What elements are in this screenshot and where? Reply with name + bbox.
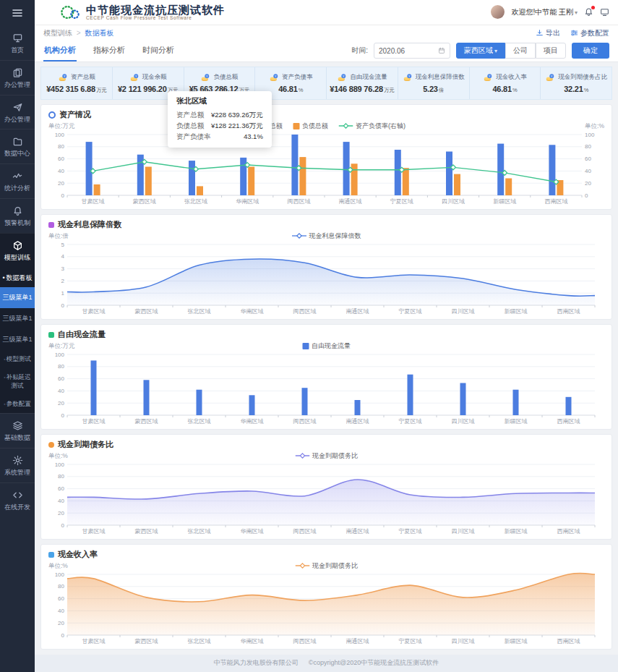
chart-legend: 自由现金流量: [302, 341, 351, 351]
sidebar-item-home[interactable]: 首页: [0, 26, 35, 60]
tab-institution-analysis[interactable]: 机构分析: [43, 41, 77, 61]
sidebar-item-level3-menu-3[interactable]: 三级菜单1: [0, 329, 35, 350]
sidebar-item-stat-analysis[interactable]: 统计分析: [0, 163, 35, 198]
legend-diamond-marker: [292, 233, 306, 239]
svg-text:40: 40: [585, 167, 591, 174]
project-filter-button[interactable]: 项目: [536, 43, 566, 59]
breadcrumb-parent[interactable]: 模型训练: [43, 29, 72, 37]
legend-item[interactable]: 现金利息保障倍数: [292, 231, 361, 241]
sidebar-item-office-mgmt[interactable]: 办公管理: [0, 60, 35, 95]
cash-income-chart-icon: [48, 552, 54, 558]
logo-icon: [59, 3, 81, 22]
svg-text:蒙西区域: 蒙西区域: [133, 198, 156, 205]
sidebar-item-alert-mechanism[interactable]: 预警机制: [0, 198, 35, 233]
free-cashflow-chart[interactable]: 020406080100甘肃区域蒙西区域张北区域华南区域闽西区域南通区域宁夏区域…: [48, 351, 604, 425]
app-title: 中节能现金流抗压测试软件: [86, 4, 225, 16]
cash-income-icon: ¥: [483, 72, 493, 82]
legend-item[interactable]: 现金到期债务比: [295, 561, 358, 571]
chart-legend: 现金到期债务比: [295, 451, 358, 461]
svg-text:20: 20: [58, 619, 64, 626]
svg-text:5: 5: [61, 241, 65, 247]
legend-diamond-marker: [295, 563, 309, 569]
sliders-icon: [570, 29, 578, 37]
legend-square-marker: [293, 123, 299, 129]
tab-time-analysis[interactable]: 时间分析: [142, 41, 175, 61]
company-filter-button[interactable]: 公司: [505, 43, 536, 59]
scope-segmented-control: 蒙西区域▾ 公司 项目: [456, 43, 566, 59]
svg-text:80: 80: [58, 583, 64, 590]
sidebar-item-data-board[interactable]: •数据看板: [0, 268, 35, 287]
legend-item[interactable]: 负债总额: [293, 122, 328, 131]
svg-text:华南区域: 华南区域: [241, 308, 264, 315]
breadcrumb-current[interactable]: 数据看板: [85, 29, 113, 37]
interest-cover-chart-icon: [48, 222, 54, 228]
footer-company: 中节能风力发电股份有限公司: [214, 658, 299, 668]
legend-diamond-marker: [295, 453, 309, 459]
sidebar-item-model-training[interactable]: 模型训练: [0, 233, 35, 268]
dashboard-content: ¥资产总额¥452 315 6.88万元¥现金余额¥2 121 996.20万元…: [35, 62, 618, 650]
sidebar-item-level3-menu-2[interactable]: 三级菜单1: [0, 308, 35, 329]
svg-text:20: 20: [58, 179, 64, 186]
legend-item[interactable]: 自由现金流量: [302, 341, 351, 351]
breadcrumb-row: 模型训练 > 数据看板 导出 参数配置: [35, 25, 618, 41]
confirm-button[interactable]: 确定: [572, 43, 609, 59]
legend-item[interactable]: 资产负债率(右轴): [338, 122, 405, 131]
cash-income-chart[interactable]: 020406080100甘肃区域蒙西区域张北区域华南区域闽西区域南通区域宁夏区域…: [48, 571, 604, 645]
sidebar-item-online-dev[interactable]: 在线开发: [0, 482, 35, 517]
svg-text:80: 80: [58, 363, 64, 370]
bell-icon[interactable]: [584, 7, 593, 17]
svg-text:60: 60: [58, 375, 64, 382]
export-button[interactable]: 导出: [536, 28, 560, 38]
svg-text:四川区域: 四川区域: [452, 418, 475, 425]
monitor-chat-icon[interactable]: [600, 7, 609, 17]
download-icon: [536, 29, 544, 37]
sidebar-item-level3-menu-1[interactable]: 三级菜单1: [0, 287, 35, 308]
chart-legend: 现金到期债务比: [295, 561, 358, 571]
svg-text:西南区域: 西南区域: [557, 418, 580, 425]
due-debt-chart[interactable]: 020406080100甘肃区域蒙西区域张北区域华南区域闽西区域南通区域宁夏区域…: [48, 461, 604, 535]
legend-diamond-marker: [338, 123, 353, 129]
sidebar-item-base-data[interactable]: 基础数据: [0, 413, 35, 448]
svg-text:40: 40: [58, 387, 64, 394]
svg-text:40: 40: [58, 607, 64, 613]
debt-total-icon: ¥: [200, 72, 210, 82]
sidebar-item-param-config[interactable]: ◦参数配置: [0, 395, 35, 413]
svg-text:60: 60: [58, 485, 64, 492]
kpi-card: ¥自由现金流量¥146 889 76.28万元: [327, 67, 398, 99]
sidebar-item-subsidy-delay-test[interactable]: ◦补贴延迟测试: [0, 368, 35, 395]
sidebar-item-data-center[interactable]: 数据中心: [0, 129, 35, 163]
code-icon: [12, 490, 23, 501]
region-filter-button[interactable]: 蒙西区域▾: [456, 43, 505, 59]
assets-chart[interactable]: 020406080100020406080100甘肃区域蒙西区域张北区域华南区域…: [48, 131, 604, 205]
avatar[interactable]: [491, 5, 505, 19]
activity-icon: [12, 171, 23, 182]
chart-card-cash-income: 现金收入率 单位:% 现金到期债务比 020406080100甘肃区域蒙西区域张…: [40, 544, 612, 650]
interest-cover-chart[interactable]: 012345甘肃区域蒙西区域张北区域华南区域闽西区域南通区域宁夏区域四川区域新疆…: [48, 241, 604, 315]
param-config-button[interactable]: 参数配置: [570, 28, 609, 38]
sidebar-item-system-mgmt[interactable]: 系统管理: [0, 448, 35, 482]
svg-text:60: 60: [585, 156, 591, 162]
tabs-row: 机构分析 指标分析 时间分析 时间: 2020.06 蒙西区域▾ 公司 项目 确…: [35, 41, 618, 61]
sidebar-item-office-mgmt-2[interactable]: 办公管理: [0, 95, 35, 129]
chart-card-assets: 资产情况 单位:万元 资产总额负债总额资产负债率(右轴) 单位:% 020406…: [40, 104, 612, 210]
svg-text:华南区域: 华南区域: [241, 528, 264, 535]
chart-card-due-debt-ratio: 现金到期债务比 单位:% 现金到期债务比 020406080100甘肃区域蒙西区…: [40, 434, 612, 540]
user-menu[interactable]: 欢迎您!中节能 王刚▾: [511, 7, 578, 17]
svg-text:南通区域: 南通区域: [339, 197, 362, 205]
svg-text:20: 20: [58, 399, 64, 406]
svg-text:100: 100: [55, 131, 65, 137]
sidebar-item-model-test[interactable]: ◦模型测试: [0, 350, 35, 368]
date-input[interactable]: 2020.06: [374, 43, 450, 59]
menu-toggle-button[interactable]: [0, 0, 35, 26]
user-area: 欢迎您!中节能 王刚▾: [491, 5, 609, 19]
kpi-band: ¥资产总额¥452 315 6.88万元¥现金余额¥2 121 996.20万元…: [40, 67, 612, 100]
legend-item[interactable]: 现金到期债务比: [295, 451, 358, 461]
tab-indicator-analysis[interactable]: 指标分析: [93, 41, 126, 61]
svg-text:新疆区域: 新疆区域: [505, 418, 528, 425]
chart-title: 现金利息保障倍数: [58, 219, 121, 230]
svg-text:新疆区域: 新疆区域: [505, 308, 528, 315]
svg-text:3: 3: [61, 265, 65, 272]
app-header: 中节能现金流抗压测试软件 CECEP Cash Flow Pressure Te…: [35, 0, 618, 25]
assets-chart-icon: [48, 111, 56, 119]
svg-text:闽西区域: 闽西区域: [287, 198, 310, 205]
